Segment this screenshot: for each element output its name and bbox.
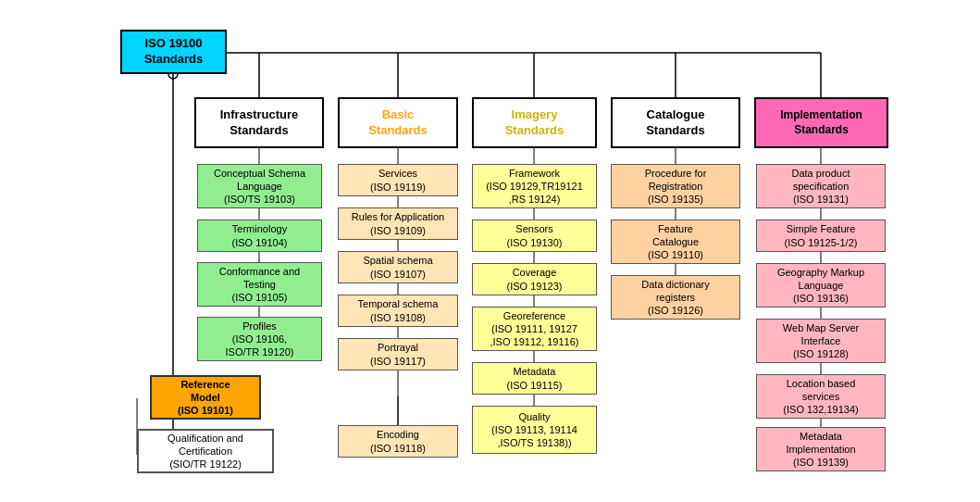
root-node: ISO 19100 Standards [120, 30, 227, 74]
basic-node-1: Services(ISO 19119) [338, 164, 458, 196]
basic-node-5: Portrayal(ISO 19117) [338, 338, 458, 370]
impl-node-6: MetadataImplementation(ISO 19139) [756, 427, 886, 471]
imagery-node-4: Georeference(ISO 19111, 19127,ISO 19112,… [472, 307, 597, 351]
infra-node-4: Profiles(ISO 19106,ISO/TR 19120) [197, 317, 322, 361]
imagery-node-5: Metadata(ISO 19115) [472, 362, 597, 395]
category-impl: Implementation Standards [754, 97, 888, 148]
catalogue-node-3: Data dictionaryregisters(ISO 19126) [611, 275, 740, 320]
qualification-node: Qualification andCertification(SIO/TR 19… [137, 429, 274, 473]
imagery-node-3: Coverage(ISO 19123) [472, 263, 597, 295]
impl-node-3: Geography MarkupLanguage(ISO 19136) [756, 263, 886, 307]
basic-node-4: Temporal schema(ISO 19108) [338, 295, 458, 327]
infra-node-2: Terminology(ISO 19104) [197, 220, 322, 252]
catalogue-node-1: Procedure forRegistration(ISO 19135) [611, 164, 740, 208]
category-imagery: Imagery Standards [472, 97, 597, 148]
impl-node-2: Simple Feature(ISO 19125-1/2) [756, 220, 886, 252]
reference-model-node: ReferenceModel(ISO 19101) [150, 375, 261, 420]
catalogue-node-2: FeatureCatalogue(ISO 19110) [611, 220, 740, 264]
infra-node-3: Conformance andTesting(ISO 19105) [197, 262, 322, 307]
impl-node-4: Web Map ServerInterface(ISO 19128) [756, 319, 886, 363]
imagery-node-2: Sensors(ISO 19130) [472, 220, 597, 252]
imagery-node-1: Framework(ISO 19129,TR19121,RS 19124) [472, 164, 597, 208]
impl-node-5: Location basedservices(ISO 132,19134) [756, 374, 886, 419]
impl-node-1: Data productspecification(ISO 19131) [756, 164, 886, 208]
basic-node-6: Encoding(ISO 19118) [338, 425, 458, 458]
category-infra: Infrastructure Standards [194, 97, 324, 148]
diagram: ISO 19100 Standards Infrastructure Stand… [0, 0, 980, 502]
basic-node-2: Rules for Application(ISO 19109) [338, 207, 458, 240]
category-catalogue: Catalogue Standards [611, 97, 740, 148]
imagery-node-6: Quality(ISO 19113, 19114,ISO/TS 19138)) [472, 406, 597, 454]
infra-node-1: Conceptual SchemaLanguage(ISO/TS 19103) [197, 164, 322, 208]
category-basic: Basic Standards [338, 97, 458, 148]
basic-node-3: Spatial schema(ISO 19107) [338, 251, 458, 283]
